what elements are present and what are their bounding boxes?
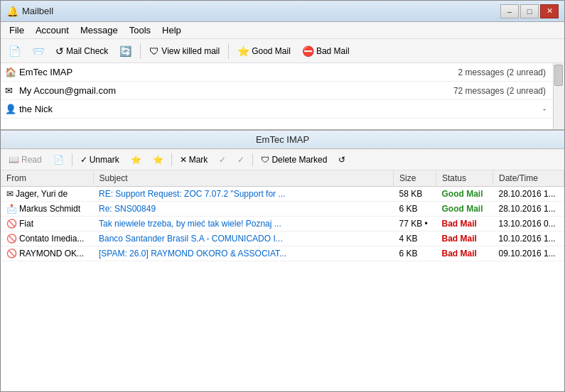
mail-check-label: Mail Check	[66, 46, 108, 56]
refresh-icon: 🔄	[119, 45, 131, 57]
email-date: 13.10.2016 0...	[493, 217, 564, 232]
email-from: RAYMOND OK...	[19, 249, 84, 258]
send-receive-button[interactable]: 📨	[27, 42, 49, 60]
close-button[interactable]: ✕	[540, 4, 559, 18]
toolbar-separator-2	[228, 43, 229, 59]
mark-label: Mark	[189, 155, 208, 165]
view-killed-button[interactable]: 🛡 View killed mail	[144, 42, 225, 60]
delete-marked-icon: 🛡	[261, 155, 269, 165]
delete-marked-button[interactable]: 🛡 Delete Marked	[256, 152, 332, 168]
main-window: 🔔 Mailbell – □ ✕ File Account Message To…	[0, 0, 565, 392]
read-button[interactable]: 📖 Read	[4, 152, 47, 168]
menu-help[interactable]: Help	[156, 23, 187, 37]
menu-message[interactable]: Message	[75, 23, 124, 37]
sender-icon: 🚫	[6, 249, 17, 258]
account-scrollbar-thumb[interactable]	[554, 65, 563, 86]
account-row-emtec[interactable]: 🏠 EmTec IMAP 2 messages (2 unread)	[1, 63, 564, 82]
email-size: 77 KB •	[394, 217, 436, 232]
email-from-cell: 🚫 Fiat	[1, 217, 93, 232]
email-size: 6 KB	[394, 202, 436, 217]
email-table: From Subject Size Status Date/Time ✉ Jag…	[1, 170, 564, 391]
email-subject[interactable]: Re: SNS00849	[93, 202, 394, 217]
email-row[interactable]: 🚫 RAYMOND OK... [SPAM: 26.0] RAYMOND OKO…	[1, 246, 564, 261]
read-icon: 📖	[9, 155, 19, 165]
email-size: 6 KB	[394, 246, 436, 261]
bad-mail-button[interactable]: ⛔ Bad Mail	[297, 42, 355, 60]
preview-icon: 📄	[53, 155, 64, 165]
email-panel: EmTec IMAP 📖 Read 📄 ✓ Unmark ⭐ ⭐	[1, 131, 564, 391]
email-subject[interactable]: [SPAM: 26.0] RAYMOND OKORO & ASSOCIAT...	[93, 246, 394, 261]
email-status: Good Mail	[436, 202, 493, 217]
bad-mail-label: Bad Mail	[316, 46, 350, 56]
email-from: Fiat	[19, 219, 33, 229]
menu-file[interactable]: File	[4, 23, 30, 37]
email-row[interactable]: 📩 Markus Schmidt Re: SNS00849 6 KB Good …	[1, 202, 564, 217]
email-subject[interactable]: Banco Santander Brasil S.A - COMUNICADO …	[93, 232, 394, 246]
email-from-cell: 🚫 Contato Imedia...	[1, 232, 93, 246]
star1-icon: ⭐	[131, 155, 141, 165]
email-status: Bad Mail	[436, 246, 493, 261]
reload-email-button[interactable]: ↺	[333, 152, 350, 168]
menu-tools[interactable]: Tools	[124, 23, 156, 37]
delete-marked-label: Delete Marked	[271, 155, 327, 165]
main-toolbar: 📄 📨 ↺ Mail Check 🔄 🛡 View killed mail ⭐ …	[1, 39, 564, 63]
mark-x-icon: ✕	[180, 155, 187, 165]
email-from-cell: 📩 Markus Schmidt	[1, 202, 93, 217]
email-date: 09.10.2016 1...	[493, 246, 564, 261]
account-count-gmail: 72 messages (2 unread)	[453, 86, 546, 96]
email-status: Bad Mail	[436, 217, 493, 232]
toolbar-separator-1	[140, 43, 141, 59]
email-from: Jager, Yuri de	[16, 189, 68, 199]
email-row[interactable]: 🚫 Fiat Tak niewiele trzeba, by mieć tak …	[1, 217, 564, 232]
email-from-cell: 🚫 RAYMOND OK...	[1, 246, 93, 261]
mail-check-button[interactable]: ↺ Mail Check	[50, 42, 113, 60]
window-title: Mailbell	[22, 6, 53, 16]
check1-icon: ✓	[219, 155, 226, 165]
new-mail-icon: 📄	[9, 45, 21, 57]
read-label: Read	[21, 155, 42, 165]
account-scrollbar[interactable]	[553, 63, 564, 129]
email-row[interactable]: 🚫 Contato Imedia... Banco Santander Bras…	[1, 232, 564, 246]
email-date: 28.10.2016 1...	[493, 187, 564, 202]
menu-bar: File Account Message Tools Help	[1, 22, 564, 39]
check2-button[interactable]: ✓	[232, 152, 249, 168]
email-subject[interactable]: RE: Support Request: ZOC 7.07.2 "Support…	[93, 187, 394, 202]
account-row-nick[interactable]: 👤 the Nick -	[1, 100, 564, 119]
email-size: 58 KB	[394, 187, 436, 202]
maximize-button[interactable]: □	[520, 4, 539, 18]
email-row[interactable]: ✉ Jager, Yuri de RE: Support Request: ZO…	[1, 187, 564, 202]
check1-button[interactable]: ✓	[214, 152, 231, 168]
email-date: 28.10.2016 1...	[493, 202, 564, 217]
preview-button[interactable]: 📄	[48, 152, 69, 168]
star2-button[interactable]: ⭐	[148, 152, 168, 168]
minimize-button[interactable]: –	[500, 4, 519, 18]
email-subject[interactable]: Tak niewiele trzeba, by mieć tak wiele! …	[93, 217, 394, 232]
good-mail-button[interactable]: ⭐ Good Mail	[232, 42, 296, 60]
menu-account[interactable]: Account	[30, 23, 75, 37]
email-tb-sep-3	[252, 153, 253, 166]
view-killed-icon: 🛡	[149, 45, 159, 57]
col-datetime[interactable]: Date/Time	[493, 170, 564, 187]
email-status: Bad Mail	[436, 232, 493, 246]
refresh-button[interactable]: 🔄	[114, 42, 136, 60]
account-name-gmail: My Accoun@gmail.com	[19, 85, 453, 96]
account-list: 🏠 EmTec IMAP 2 messages (2 unread) ✉ My …	[1, 63, 564, 131]
unmark-button[interactable]: ✓ Unmark	[75, 152, 124, 168]
account-icon-emtec: 🏠	[5, 67, 16, 78]
unmark-icon: ✓	[80, 155, 87, 165]
new-mail-button[interactable]: 📄	[4, 42, 26, 60]
sender-icon: 📩	[6, 204, 17, 214]
unmark-label: Unmark	[90, 155, 119, 165]
send-receive-icon: 📨	[32, 45, 44, 57]
col-size[interactable]: Size	[394, 170, 436, 187]
bad-mail-icon: ⛔	[302, 45, 314, 57]
account-row-gmail[interactable]: ✉ My Accoun@gmail.com 72 messages (2 unr…	[1, 82, 564, 100]
sender-icon: ✉	[6, 189, 14, 199]
col-from[interactable]: From	[1, 170, 93, 187]
sender-icon: 🚫	[6, 219, 17, 229]
col-subject[interactable]: Subject	[93, 170, 394, 187]
star1-button[interactable]: ⭐	[126, 152, 146, 168]
mark-button[interactable]: ✕ Mark	[175, 152, 213, 168]
col-status[interactable]: Status	[436, 170, 493, 187]
title-bar: 🔔 Mailbell – □ ✕	[1, 1, 564, 22]
